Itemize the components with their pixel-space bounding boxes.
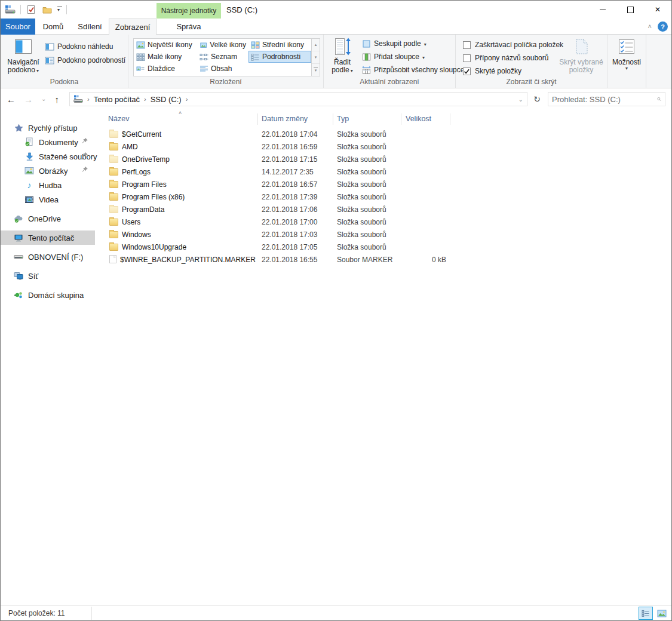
gallery-scroll-down-icon[interactable] bbox=[312, 51, 320, 64]
details-pane-button[interactable]: Podokno podrobností bbox=[45, 54, 125, 66]
navigation-pane-button[interactable]: Navigační podokno bbox=[4, 36, 42, 75]
back-icon[interactable] bbox=[7, 95, 16, 104]
checkbox-hidden-items[interactable]: Skryté položky bbox=[463, 65, 521, 77]
sidebar-item-pictures[interactable]: Obrázky bbox=[1, 164, 95, 178]
layout-content[interactable]: Obsah bbox=[197, 63, 248, 75]
search-box[interactable] bbox=[548, 92, 665, 106]
maximize-button[interactable] bbox=[616, 1, 644, 19]
refresh-icon[interactable] bbox=[530, 92, 544, 106]
details-view-button[interactable] bbox=[639, 607, 653, 620]
up-icon[interactable] bbox=[54, 95, 59, 104]
layout-medium-icons[interactable]: Střední ikony bbox=[248, 39, 311, 51]
folder-icon bbox=[109, 156, 118, 163]
group-label: Aktuální zobrazení bbox=[324, 78, 455, 86]
sidebar-item-homegroup[interactable]: Domácí skupina bbox=[1, 288, 95, 302]
preview-pane-button[interactable]: Podokno náhledu bbox=[45, 41, 113, 53]
table-row[interactable]: Users 22.01.2018 17:00 Složka souborů bbox=[95, 216, 671, 228]
dropdown-caret-icon bbox=[349, 66, 353, 74]
address-dropdown-icon[interactable] bbox=[518, 96, 523, 103]
breadcrumb[interactable]: Tento počítač SSD (C:) bbox=[69, 92, 527, 106]
file-rows: $GetCurrent 22.01.2018 17:04 Složka soub… bbox=[95, 128, 671, 266]
column-header-date[interactable]: Datum změny bbox=[262, 112, 308, 126]
table-row[interactable]: AMD 22.01.2018 16:59 Složka souborů bbox=[95, 140, 671, 153]
close-button[interactable] bbox=[644, 1, 671, 19]
table-row[interactable]: Program Files (x86) 22.01.2018 17:39 Slo… bbox=[95, 190, 671, 203]
breadcrumb-separator-icon[interactable] bbox=[186, 96, 188, 103]
table-row[interactable]: $GetCurrent 22.01.2018 17:04 Složka soub… bbox=[95, 128, 671, 140]
checkbox-file-extensions[interactable]: Přípony názvů souborů bbox=[463, 52, 548, 64]
layout-details-selected[interactable]: Podrobnosti bbox=[248, 51, 311, 63]
breadcrumb-this-pc[interactable]: Tento počítač bbox=[94, 95, 140, 104]
checkbox-item-checkboxes[interactable]: Zaškrtávací políčka položek bbox=[463, 39, 563, 51]
search-input[interactable] bbox=[552, 95, 657, 104]
tab-file[interactable]: Soubor bbox=[1, 19, 35, 35]
thumbnail-view-button[interactable] bbox=[655, 607, 669, 620]
table-row[interactable]: PerfLogs 14.12.2017 2:35 Složka souborů bbox=[95, 165, 671, 178]
breadcrumb-separator-icon[interactable] bbox=[144, 96, 146, 103]
layout-list[interactable]: Seznam bbox=[197, 51, 248, 63]
table-row[interactable]: Windows10Upgrade 22.01.2018 17:05 Složka… bbox=[95, 241, 671, 253]
sidebar-item-documents[interactable]: Dokumenty bbox=[1, 135, 95, 149]
tab-home[interactable]: Domů bbox=[35, 19, 71, 35]
sidebar-item-downloads[interactable]: Stažené soubory bbox=[1, 149, 95, 164]
tab-share[interactable]: Sdílení bbox=[71, 19, 109, 35]
sidebar-item-music[interactable]: ♪ Hudba bbox=[1, 178, 95, 192]
table-row[interactable]: $WINRE_BACKUP_PARTITION.MARKER 22.01.201… bbox=[95, 253, 671, 266]
table-row[interactable]: Program Files 22.01.2018 16:57 Složka so… bbox=[95, 178, 671, 190]
customize-qat-icon[interactable] bbox=[57, 7, 62, 13]
tab-view-active[interactable]: Zobrazení bbox=[109, 19, 157, 35]
help-icon[interactable] bbox=[658, 21, 668, 32]
sidebar-item-this-pc[interactable]: Tento počítač bbox=[1, 230, 95, 245]
column-header-size[interactable]: Velikost bbox=[406, 112, 431, 126]
layout-large-icons[interactable]: Velké ikony bbox=[197, 39, 248, 51]
minimize-button[interactable] bbox=[589, 1, 616, 19]
options-button[interactable]: Možnosti bbox=[610, 36, 643, 71]
forward-icon bbox=[24, 95, 33, 104]
column-header-name[interactable]: Název bbox=[108, 112, 129, 126]
column-divider[interactable] bbox=[450, 113, 450, 125]
separator bbox=[20, 5, 21, 14]
options-icon bbox=[618, 36, 636, 57]
new-folder-icon[interactable] bbox=[41, 3, 53, 16]
add-columns-button[interactable]: Přidat sloupce bbox=[362, 51, 425, 63]
recent-locations-icon[interactable] bbox=[41, 96, 46, 102]
layout-largest-icons[interactable]: Největší ikony bbox=[134, 39, 197, 51]
column-divider[interactable] bbox=[401, 113, 401, 125]
fit-columns-button[interactable]: Přizpůsobit všechny sloupce bbox=[362, 64, 464, 76]
downloads-icon bbox=[24, 152, 34, 161]
table-row[interactable]: ProgramData 22.01.2018 17:06 Složka soub… bbox=[95, 203, 671, 216]
gallery-more-icon[interactable] bbox=[312, 64, 320, 76]
sidebar-item-quick-access[interactable]: Rychlý přístup bbox=[1, 121, 95, 135]
layout-small-icons[interactable]: Malé ikony bbox=[134, 51, 197, 63]
column-header-type[interactable]: Typ bbox=[337, 112, 349, 126]
tab-manage[interactable]: Správa bbox=[157, 19, 221, 35]
sort-by-button[interactable]: Řadit podle bbox=[327, 36, 357, 75]
column-divider[interactable] bbox=[257, 113, 258, 125]
folder-icon bbox=[109, 231, 118, 238]
column-divider[interactable] bbox=[333, 113, 333, 125]
sidebar-item-recovery-drive[interactable]: OBNOVENÍ (F:) bbox=[1, 250, 95, 264]
gallery-scroll-up-icon[interactable] bbox=[312, 39, 320, 51]
folder-icon bbox=[109, 206, 118, 213]
sidebar-item-onedrive[interactable]: OneDrive bbox=[1, 211, 95, 226]
sidebar-item-network[interactable]: Síť bbox=[1, 269, 95, 283]
sidebar-item-videos[interactable]: Videa bbox=[1, 192, 95, 207]
fit-columns-icon bbox=[362, 66, 371, 75]
ribbon-group-show-hide: Zaškrtávací políčka položek Přípony názv… bbox=[456, 35, 607, 88]
table-row[interactable]: OneDriveTemp 22.01.2018 17:15 Složka sou… bbox=[95, 153, 671, 165]
checkbox-unchecked-icon bbox=[463, 41, 471, 49]
onedrive-icon bbox=[14, 214, 23, 223]
address-bar: Tento počítač SSD (C:) bbox=[1, 88, 671, 110]
table-row[interactable]: Windows 22.01.2018 17:03 Složka souborů bbox=[95, 228, 671, 241]
properties-icon[interactable] bbox=[25, 3, 37, 16]
dropdown-caret-icon bbox=[424, 39, 426, 48]
pin-icon bbox=[81, 166, 89, 174]
documents-icon bbox=[24, 137, 34, 147]
drive-icon[interactable] bbox=[4, 3, 16, 16]
search-icon[interactable] bbox=[657, 95, 661, 103]
collapse-ribbon-icon[interactable] bbox=[648, 23, 652, 30]
group-by-button[interactable]: Seskupit podle bbox=[362, 38, 426, 50]
breadcrumb-drive[interactable]: SSD (C:) bbox=[151, 95, 182, 104]
layout-tiles[interactable]: Dlaždice bbox=[134, 63, 197, 75]
status-bar: Počet položek: 11 bbox=[1, 605, 671, 620]
